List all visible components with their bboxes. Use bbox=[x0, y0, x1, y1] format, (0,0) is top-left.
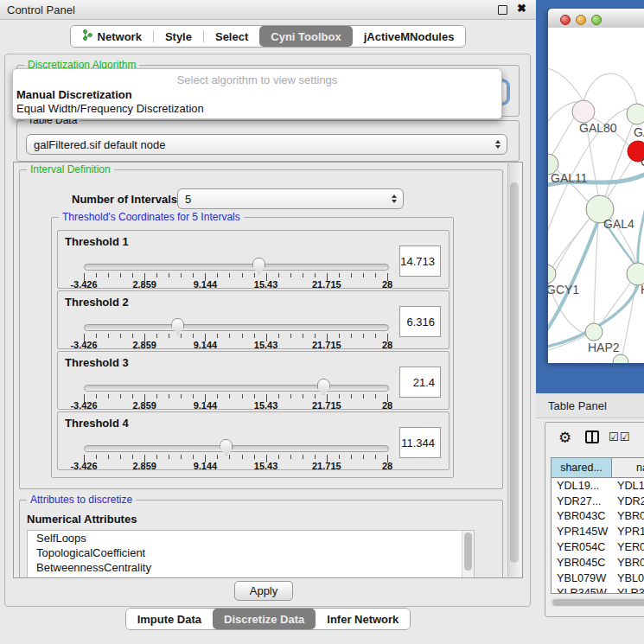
table-data-combo[interactable]: galFiltered.sif default node bbox=[26, 134, 507, 155]
cell-name[interactable]: YBR0 bbox=[612, 557, 644, 569]
table-row[interactable]: YDL19...YDL1 bbox=[552, 478, 644, 494]
attribute-list-item[interactable]: SelfLoops bbox=[28, 531, 474, 545]
num-intervals-combo[interactable]: 5 bbox=[177, 188, 404, 209]
cell-shared-name[interactable]: YDR27... bbox=[552, 495, 612, 507]
network-edge[interactable] bbox=[583, 73, 637, 105]
slider-tick-label: -3.426 bbox=[70, 461, 97, 471]
cell-shared-name[interactable]: YBR045C bbox=[552, 557, 612, 569]
tab-network[interactable]: Network bbox=[71, 26, 153, 47]
threshold-value-field[interactable]: 14.713 bbox=[399, 245, 441, 277]
slider-thumb[interactable] bbox=[252, 258, 265, 274]
column-header-shared-name[interactable]: shared... bbox=[552, 458, 612, 478]
mac-minimize-icon[interactable] bbox=[576, 15, 586, 25]
mac-zoom-icon[interactable] bbox=[591, 15, 602, 25]
cell-shared-name[interactable]: YBR043C bbox=[552, 510, 612, 522]
table-panel-window: ⚙ ☑☑ shared... name YDL19...YDL1YDR27...… bbox=[545, 422, 644, 617]
tab-impute-data[interactable]: Impute Data bbox=[126, 609, 213, 629]
cell-shared-name[interactable]: YER054C bbox=[552, 541, 612, 553]
network-node-label: HAP2 bbox=[588, 341, 620, 354]
cell-shared-name[interactable]: YPR145W bbox=[552, 526, 612, 538]
table-row[interactable]: YBL079WYBL0 bbox=[552, 571, 644, 586]
tab-jactivemnodules[interactable]: jActiveMNodules bbox=[353, 26, 466, 47]
settings-scrollbar[interactable] bbox=[507, 163, 521, 577]
attribute-list-item[interactable]: BetweennessCentrality bbox=[28, 560, 474, 575]
network-desktop: GAL80GACGAL11GAL4GCY1HHAP2 bbox=[536, 0, 644, 393]
network-node-label: GA bbox=[634, 125, 644, 139]
table-row[interactable]: YLR345WYLR3 bbox=[552, 586, 644, 594]
network-edge-highlighted[interactable] bbox=[638, 197, 644, 263]
table-panel-title: Table Panel bbox=[548, 399, 607, 412]
slider-thumb[interactable] bbox=[171, 318, 184, 335]
network-edge[interactable] bbox=[551, 118, 574, 157]
cell-shared-name[interactable]: YBL079W bbox=[552, 572, 612, 584]
network-node[interactable] bbox=[613, 354, 628, 363]
tab-cyni-toolbox[interactable]: Cyni Toolbox bbox=[259, 26, 352, 47]
network-edge[interactable] bbox=[548, 68, 583, 101]
cell-name[interactable]: YPR1 bbox=[612, 526, 644, 538]
slider-tick-label: 28 bbox=[382, 340, 392, 350]
settings-scrollbar-thumb[interactable] bbox=[510, 182, 519, 563]
slider-ticks bbox=[84, 394, 387, 403]
float-window-icon[interactable] bbox=[498, 5, 507, 15]
settings-scroll-area: Interval Definition Number of Intervals … bbox=[13, 162, 523, 578]
slider-tick-label: 9.144 bbox=[194, 279, 218, 290]
attribute-list-item[interactable]: TopologicalCoefficient bbox=[28, 545, 474, 560]
threshold-title: Threshold 1 bbox=[65, 235, 129, 248]
attributes-groupbox: Attributes to discretize Numerical Attri… bbox=[19, 500, 503, 578]
numerical-attributes-list[interactable]: SelfLoopsTopologicalCoefficientBetweenne… bbox=[27, 530, 475, 578]
checkbox-columns-icon[interactable]: ☑☑ bbox=[609, 430, 630, 443]
network-canvas[interactable]: GAL80GACGAL11GAL4GCY1HHAP2 bbox=[548, 28, 644, 363]
slider-tick-label: 9.144 bbox=[194, 400, 218, 411]
column-header-name[interactable]: name bbox=[612, 458, 644, 478]
cell-name[interactable]: YLR3 bbox=[612, 587, 644, 594]
cell-name[interactable]: YBL0 bbox=[612, 572, 644, 584]
popup-option[interactable]: Equal Width/Frequency Discretization bbox=[16, 102, 204, 115]
close-icon[interactable]: ✖ bbox=[517, 2, 526, 15]
apply-button[interactable]: Apply bbox=[234, 581, 293, 601]
cell-name[interactable]: YDL1 bbox=[612, 480, 644, 492]
cell-shared-name[interactable]: YLR345W bbox=[552, 587, 612, 594]
interval-definition-label: Interval Definition bbox=[27, 163, 114, 175]
numerical-attributes-label: Numerical Attributes bbox=[27, 513, 137, 526]
network-node-label: GAL80 bbox=[579, 121, 617, 135]
tab-select[interactable]: Select bbox=[204, 26, 259, 47]
threshold-value-field[interactable]: 21.4 bbox=[399, 367, 441, 398]
cell-shared-name[interactable]: YDL19... bbox=[552, 480, 612, 492]
gear-icon[interactable]: ⚙ bbox=[558, 429, 571, 447]
slider-track[interactable] bbox=[84, 324, 389, 331]
table-row[interactable]: YBR045CYBR0 bbox=[552, 555, 644, 571]
table-row[interactable]: YPR145WYPR1 bbox=[552, 524, 644, 539]
thresholds-groupbox: Threshold's Coordinates for 5 Intervals … bbox=[51, 217, 454, 478]
threshold-value-field[interactable]: 11.344 bbox=[399, 427, 441, 458]
slider-thumb[interactable] bbox=[220, 439, 233, 456]
tab-style[interactable]: Style bbox=[154, 26, 203, 47]
network-node[interactable] bbox=[585, 323, 603, 341]
cell-name[interactable]: YBR0 bbox=[612, 510, 644, 522]
threshold-title: Threshold 3 bbox=[65, 356, 129, 369]
table-row[interactable]: YBR043CYBR0 bbox=[552, 509, 644, 525]
table-row[interactable]: YDR27...YDR2 bbox=[552, 494, 644, 509]
cell-name[interactable]: YER0 bbox=[612, 541, 644, 553]
list-scrollbar[interactable] bbox=[462, 531, 474, 578]
network-node[interactable] bbox=[548, 265, 556, 284]
table-row[interactable]: YER054CYER0 bbox=[552, 539, 644, 555]
attributes-group-label: Attributes to discretize bbox=[27, 494, 136, 506]
slider-track[interactable] bbox=[84, 445, 389, 452]
slider-track[interactable] bbox=[84, 264, 389, 271]
interval-definition-groupbox: Interval Definition Number of Intervals … bbox=[19, 169, 503, 489]
split-columns-icon[interactable] bbox=[585, 430, 599, 443]
slider-thumb[interactable] bbox=[317, 379, 330, 395]
slider-tick-label: 15.43 bbox=[254, 340, 278, 350]
tab-infer-network[interactable]: Infer Network bbox=[316, 609, 410, 629]
slider-tick-label: 2.859 bbox=[132, 400, 156, 411]
network-node[interactable] bbox=[572, 100, 595, 123]
network-node[interactable] bbox=[627, 104, 644, 124]
table-horizontal-scrollbar[interactable] bbox=[551, 597, 644, 607]
threshold-value-field[interactable]: 6.316 bbox=[399, 306, 441, 337]
popup-option[interactable]: Manual Discretization bbox=[16, 88, 132, 101]
tab-discretize-data[interactable]: Discretize Data bbox=[213, 609, 316, 629]
network-edge[interactable] bbox=[594, 223, 598, 323]
cell-name[interactable]: YDR2 bbox=[612, 495, 644, 507]
mac-close-icon[interactable] bbox=[560, 15, 571, 25]
slider-track[interactable] bbox=[84, 385, 389, 392]
